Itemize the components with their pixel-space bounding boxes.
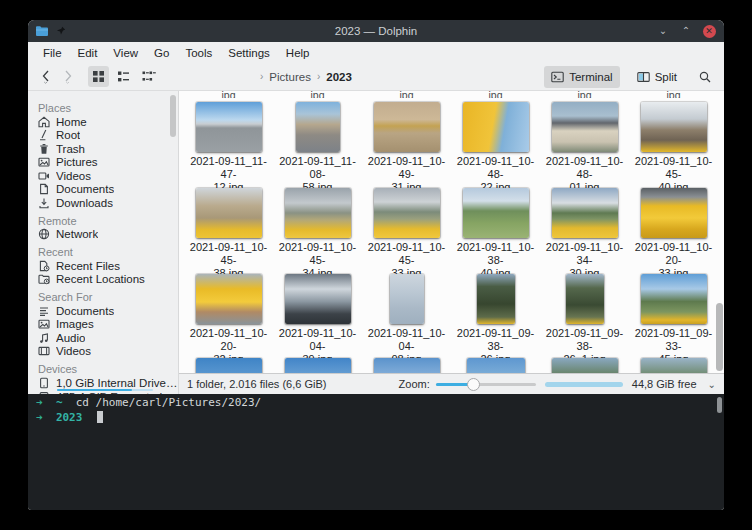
file-item[interactable]: 2021-09-11_10-45-40.jpg xyxy=(629,100,718,186)
split-view-button[interactable]: Split xyxy=(630,66,684,88)
file-item[interactable]: 2021-09-11_10-48-22.jpg xyxy=(451,100,540,186)
sidebar-item-home[interactable]: Home xyxy=(38,115,178,129)
file-item[interactable]: 2021-09-11_10-20-32.jpg xyxy=(184,272,273,358)
terminal-panel[interactable]: ➜ ~ cd /home/carl/Pictures/2023/➜ 2023 xyxy=(28,394,724,510)
file-item[interactable]: 2021-09-11_09-38-26.jpg xyxy=(451,272,540,358)
folder-app-icon xyxy=(35,25,49,37)
window-title: 2023 — Dolphin xyxy=(28,25,724,37)
file-item[interactable]: 2021-09-11_10-20-33.jpg xyxy=(629,186,718,272)
sidebar-item-downloads[interactable]: Downloads xyxy=(38,196,178,210)
file-item[interactable]: 2021-09-11_10-48-01.jpg xyxy=(540,100,629,186)
file-item[interactable] xyxy=(451,358,540,373)
drive-icon xyxy=(38,377,50,389)
file-thumbnail xyxy=(285,274,351,324)
breadcrumb-pictures[interactable]: Pictures xyxy=(269,71,311,83)
compact-view-button[interactable] xyxy=(138,66,160,87)
menu-edit[interactable]: Edit xyxy=(71,45,105,61)
breadcrumb-separator-icon: › xyxy=(260,71,263,82)
file-thumbnail xyxy=(285,358,351,373)
breadcrumb-2023[interactable]: 2023 xyxy=(326,71,352,83)
close-button[interactable]: ✕ xyxy=(702,24,716,38)
sidebar-item-root[interactable]: Root xyxy=(38,129,178,143)
zoom-label: Zoom: xyxy=(399,378,430,390)
file-name-line: 2021-09-11_10-04- xyxy=(362,327,451,353)
sidebar-section-devices: Devices xyxy=(38,363,178,376)
sidebar-scrollbar[interactable] xyxy=(170,95,176,137)
sidebar-item-documents[interactable]: Documents xyxy=(38,304,178,318)
menu-help[interactable]: Help xyxy=(279,45,317,61)
file-item[interactable]: 2021-09-11_10-45-38.jpg xyxy=(184,186,273,272)
file-item[interactable]: 2021-09-11_10-04-39.jpg xyxy=(273,272,362,358)
sidebar-item-audio[interactable]: Audio xyxy=(38,331,178,345)
forward-button[interactable] xyxy=(58,67,78,87)
sidebar-item-videos[interactable]: Videos xyxy=(38,345,178,359)
menu-go[interactable]: Go xyxy=(147,45,176,61)
search-button[interactable] xyxy=(694,66,716,87)
search-icon xyxy=(698,70,712,84)
sidebar-item-label: Root xyxy=(56,129,80,141)
sidebar-item-1-0-gib-internal-drive-nvme-[interactable]: 1,0 GiB Internal Drive (nvme… xyxy=(38,376,178,390)
file-item[interactable]: 2021-09-11_10-49-31.jpg xyxy=(362,100,451,186)
menu-file[interactable]: File xyxy=(36,45,69,61)
file-view[interactable]: jpgjpgjpgjpgjpgjpg 2021-09-11_11-47-12.j… xyxy=(179,91,724,373)
sidebar-item-label: Network xyxy=(56,228,98,240)
file-item[interactable]: 2021-09-11_10-45-33.jpg xyxy=(362,186,451,272)
zoom-slider-knob[interactable] xyxy=(467,378,480,391)
view-scrollbar[interactable] xyxy=(716,303,723,371)
sidebar-item-documents[interactable]: Documents xyxy=(38,183,178,197)
home-icon xyxy=(38,116,50,128)
sidebar-item-trash[interactable]: Trash xyxy=(38,142,178,156)
clipped-filename-fragment: jpg xyxy=(184,91,273,98)
sidebar-section-search-for: Search For xyxy=(38,291,178,304)
file-thumbnail xyxy=(196,274,262,324)
file-item[interactable]: 2021-09-11_09-38-26_1.jpg xyxy=(540,272,629,358)
menu-settings[interactable]: Settings xyxy=(221,45,277,61)
minimize-button[interactable]: ⌄ xyxy=(656,24,670,38)
file-item[interactable] xyxy=(184,358,273,373)
file-item[interactable]: 2021-09-11_10-34-30.jpg xyxy=(540,186,629,272)
clipped-row-above: jpgjpgjpgjpgjpgjpg xyxy=(179,91,724,98)
prompt-space xyxy=(43,396,56,409)
file-item[interactable] xyxy=(540,358,629,373)
file-item[interactable]: 2021-09-11_11-47-12.jpg xyxy=(184,100,273,186)
free-space-bar xyxy=(545,382,623,387)
sidebar-item-recent-files[interactable]: Recent Files xyxy=(38,259,178,273)
file-item[interactable]: 2021-09-11_10-38-40.jpg xyxy=(451,186,540,272)
details-view-button[interactable] xyxy=(113,66,134,87)
file-name-line: 2021-09-11_11-47- xyxy=(184,155,273,181)
prompt-space xyxy=(82,411,95,424)
clipped-filename-text: jpg xyxy=(488,91,502,98)
file-thumbnail xyxy=(641,188,707,238)
file-item[interactable]: 2021-09-11_10-45-34.jpg xyxy=(273,186,362,272)
sidebar-item-network[interactable]: Network xyxy=(38,228,178,242)
menu-view[interactable]: View xyxy=(106,45,145,61)
terminal-toggle-button[interactable]: Terminal xyxy=(544,66,619,88)
file-name-line: 2021-09-11_10-49- xyxy=(362,155,451,181)
status-summary: 1 folder, 2.016 files (6,6 GiB) xyxy=(187,378,390,390)
recent-folder-icon xyxy=(38,273,50,285)
file-name-line: 2021-09-11_11-08- xyxy=(273,155,362,181)
sidebar-item-recent-locations[interactable]: Recent Locations xyxy=(38,273,178,287)
file-grid: 2021-09-11_11-47-12.jpg2021-09-11_11-08-… xyxy=(179,98,724,358)
file-item[interactable]: 2021-09-11_11-08-58.jpg xyxy=(273,100,362,186)
file-item[interactable] xyxy=(362,358,451,373)
menu-tools[interactable]: Tools xyxy=(178,45,219,61)
file-item[interactable] xyxy=(273,358,362,373)
sidebar-item-images[interactable]: Images xyxy=(38,318,178,332)
file-item[interactable]: 2021-09-11_09-33-45.jpg xyxy=(629,272,718,358)
titlebar[interactable]: 2023 — Dolphin ⌄ ⌃ ✕ xyxy=(28,20,724,42)
terminal-scrollbar[interactable] xyxy=(717,397,722,413)
file-item[interactable] xyxy=(629,358,718,373)
maximize-button[interactable]: ⌃ xyxy=(679,24,693,38)
zoom-slider[interactable] xyxy=(436,377,536,391)
file-thumbnail xyxy=(552,102,618,152)
statusbar-options-chevron-icon[interactable]: ⌄ xyxy=(706,379,718,390)
icons-view-button[interactable] xyxy=(88,66,109,87)
back-button[interactable] xyxy=(36,67,56,87)
places-panel: PlacesHomeRootTrashPicturesVideosDocumen… xyxy=(28,91,179,394)
details-view-icon xyxy=(117,70,130,83)
sidebar-item-pictures[interactable]: Pictures xyxy=(38,156,178,170)
file-item[interactable]: 2021-09-11_10-04-08.jpg xyxy=(362,272,451,358)
sidebar-item-videos[interactable]: Videos xyxy=(38,169,178,183)
clipped-filename-text: jpg xyxy=(666,91,680,98)
